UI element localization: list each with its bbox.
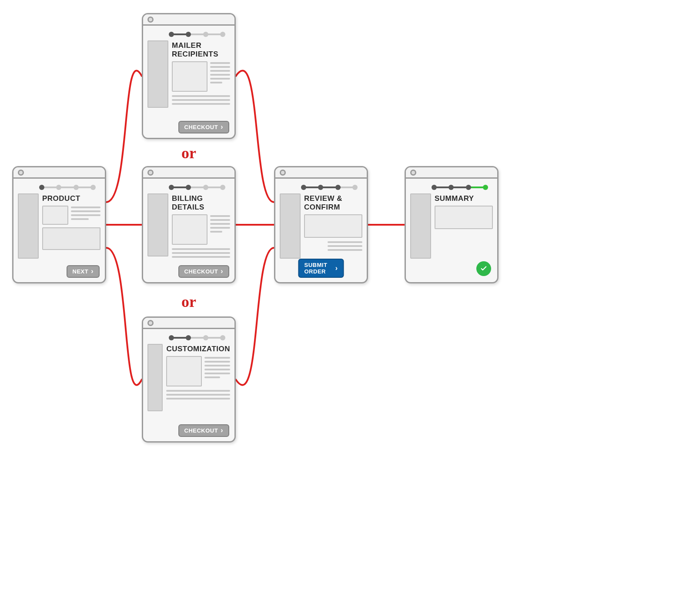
browser-dot-icon: [147, 170, 154, 176]
page-title: CUSTOMIZATION: [166, 345, 230, 353]
card-review-confirm: REVIEW & CONFIRM SUBMIT ORDER: [274, 166, 368, 283]
chevron-right-icon: [221, 268, 223, 275]
sidebar-placeholder: [18, 193, 39, 259]
browser-chrome: [275, 167, 367, 179]
progress-stepper: [301, 183, 358, 192]
next-button[interactable]: NEXT: [67, 265, 100, 278]
chevron-right-icon: [91, 268, 94, 275]
page-title: PRODUCT: [42, 194, 100, 203]
checkout-button[interactable]: CHECKOUT: [178, 424, 230, 437]
page-title: REVIEW & CONFIRM: [304, 194, 362, 212]
chevron-right-icon: [221, 427, 223, 434]
thumbnail-placeholder: [172, 61, 207, 92]
button-label: CHECKOUT: [184, 124, 218, 130]
page-title: SUMMARY: [435, 194, 493, 203]
button-label: CHECKOUT: [184, 427, 218, 434]
submit-order-button[interactable]: SUBMIT ORDER: [298, 259, 344, 278]
sidebar-placeholder: [147, 193, 168, 256]
browser-chrome: [143, 14, 234, 26]
panel-placeholder: [435, 206, 493, 229]
card-mailer-recipients: MAILER RECIPIENTS CHECKOUT: [142, 13, 236, 139]
or-label-bottom: or: [181, 293, 196, 311]
card-summary: SUMMARY: [405, 166, 499, 283]
text-lines-placeholder: [172, 248, 230, 258]
button-label: SUBMIT ORDER: [304, 262, 333, 275]
page-title: BILLING DETAILS: [172, 194, 230, 212]
page-title: MAILER RECIPIENTS: [172, 41, 230, 59]
text-lines-placeholder: [204, 356, 230, 386]
card-billing-details: BILLING DETAILS CHECKOUT: [142, 166, 236, 283]
browser-dot-icon: [280, 170, 286, 176]
progress-stepper: [168, 183, 226, 192]
checkout-button[interactable]: CHECKOUT: [178, 121, 230, 133]
thumbnail-placeholder: [42, 206, 68, 225]
browser-chrome: [406, 167, 497, 179]
button-label: NEXT: [73, 268, 89, 275]
sidebar-placeholder: [147, 344, 163, 411]
or-label-top: or: [181, 144, 196, 162]
browser-dot-icon: [147, 17, 154, 23]
panel-placeholder: [304, 214, 362, 238]
text-lines-placeholder: [210, 214, 230, 245]
progress-stepper: [168, 30, 226, 39]
browser-dot-icon: [410, 170, 416, 176]
card-product: PRODUCT NEXT: [12, 166, 106, 283]
browser-dot-icon: [147, 320, 154, 326]
panel-placeholder: [42, 227, 100, 250]
text-lines-placeholder: [172, 95, 230, 105]
sidebar-placeholder: [147, 40, 168, 108]
text-lines-placeholder: [166, 390, 230, 400]
success-check-icon: [476, 261, 491, 276]
chevron-right-icon: [335, 265, 338, 272]
browser-chrome: [143, 167, 234, 179]
browser-chrome: [143, 318, 234, 329]
text-lines-placeholder: [304, 241, 362, 251]
browser-chrome: [13, 167, 105, 179]
browser-dot-icon: [18, 170, 24, 176]
thumbnail-placeholder: [172, 214, 207, 245]
card-customization: CUSTOMIZATION CHECKOUT: [142, 316, 236, 443]
connector-lines: [0, 0, 696, 616]
chevron-right-icon: [221, 124, 223, 130]
flow-diagram: or or PRODUCT: [0, 0, 696, 616]
progress-stepper: [168, 333, 226, 342]
text-lines-placeholder: [210, 61, 230, 92]
checkout-button[interactable]: CHECKOUT: [178, 265, 230, 278]
thumbnail-placeholder: [166, 356, 202, 386]
progress-stepper: [39, 183, 96, 192]
button-label: CHECKOUT: [184, 268, 218, 275]
text-lines-placeholder: [71, 206, 100, 225]
sidebar-placeholder: [280, 193, 301, 259]
progress-stepper: [431, 183, 489, 192]
sidebar-placeholder: [410, 193, 431, 259]
